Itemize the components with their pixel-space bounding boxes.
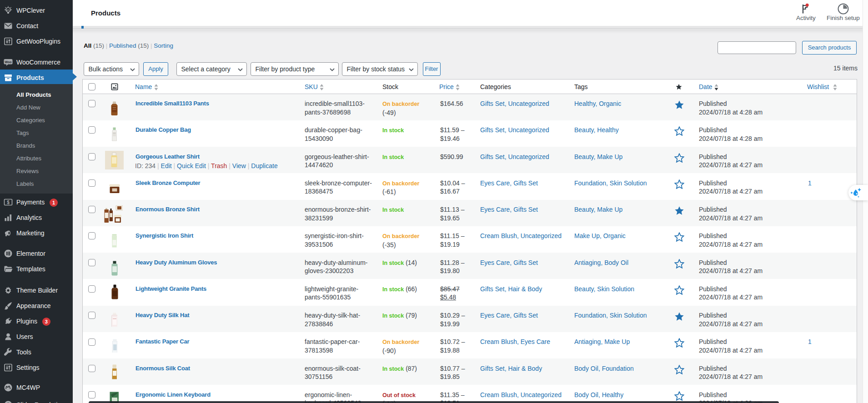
svg-text:Woo: Woo (5, 60, 11, 64)
svg-text:$: $ (7, 200, 10, 205)
svg-text:WPC: WPC (6, 9, 10, 11)
